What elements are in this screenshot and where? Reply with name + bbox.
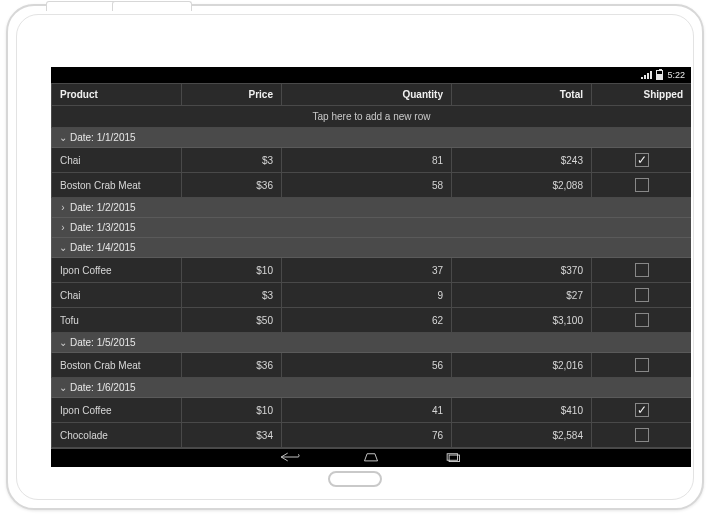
cell-quantity[interactable]: 9 xyxy=(282,283,452,308)
recent-apps-button[interactable] xyxy=(440,449,466,467)
table-row[interactable]: Ipon Coffee$1037$370 xyxy=(52,258,692,283)
cell-shipped[interactable]: ✓ xyxy=(592,398,692,423)
cell-price[interactable]: $3 xyxy=(182,283,282,308)
cell-quantity[interactable]: 58 xyxy=(282,173,452,198)
tablet-bezel: 5:22 Product Price Quan xyxy=(16,14,694,500)
cell-price[interactable]: $10 xyxy=(182,398,282,423)
cell-product[interactable]: Ipon Coffee xyxy=(52,258,182,283)
group-label: Date: 1/3/2015 xyxy=(70,222,136,233)
tablet-home-button[interactable] xyxy=(328,471,382,487)
shipped-checkbox[interactable] xyxy=(635,313,649,327)
cell-shipped[interactable] xyxy=(592,283,692,308)
cell-quantity[interactable]: 41 xyxy=(282,398,452,423)
group-label: Date: 1/2/2015 xyxy=(70,202,136,213)
group-label: Date: 1/6/2015 xyxy=(70,382,136,393)
add-new-row[interactable]: Tap here to add a new row xyxy=(52,106,692,128)
cell-shipped[interactable]: ✓ xyxy=(592,148,692,173)
group-row[interactable]: ⌄Date: 1/5/2015 xyxy=(52,333,692,353)
cell-total[interactable]: $2,088 xyxy=(452,173,592,198)
cell-price[interactable]: $36 xyxy=(182,173,282,198)
cell-quantity[interactable]: 81 xyxy=(282,148,452,173)
cell-product[interactable]: Chai xyxy=(52,148,182,173)
cell-shipped[interactable] xyxy=(592,353,692,378)
cell-price[interactable]: $10 xyxy=(182,258,282,283)
column-header-shipped[interactable]: Shipped xyxy=(592,84,692,106)
chevron-right-icon[interactable]: › xyxy=(58,222,68,233)
grid-container[interactable]: Product Price Quantity Total Shipped Tap… xyxy=(51,83,691,449)
back-button[interactable] xyxy=(276,449,302,467)
signal-icon xyxy=(641,71,652,79)
cell-shipped[interactable] xyxy=(592,308,692,333)
group-row[interactable]: ⌄Date: 1/6/2015 xyxy=(52,378,692,398)
cell-total[interactable]: $3,100 xyxy=(452,308,592,333)
cell-shipped[interactable] xyxy=(592,423,692,448)
shipped-checkbox[interactable] xyxy=(635,263,649,277)
chevron-down-icon[interactable]: ⌄ xyxy=(58,242,68,253)
table-row[interactable]: Boston Crab Meat$3656$2,016 xyxy=(52,353,692,378)
cell-quantity[interactable]: 56 xyxy=(282,353,452,378)
group-row[interactable]: ⌄Date: 1/1/2015 xyxy=(52,128,692,148)
cell-product[interactable]: Tofu xyxy=(52,308,182,333)
table-row[interactable]: Chai$39$27 xyxy=(52,283,692,308)
cell-total[interactable]: $2,584 xyxy=(452,423,592,448)
group-row[interactable]: ›Date: 1/2/2015 xyxy=(52,198,692,218)
cell-total[interactable]: $370 xyxy=(452,258,592,283)
cell-product[interactable]: Boston Crab Meat xyxy=(52,353,182,378)
column-header-product[interactable]: Product xyxy=(52,84,182,106)
group-row[interactable]: ›Date: 1/3/2015 xyxy=(52,218,692,238)
table-row[interactable]: Tofu$5062$3,100 xyxy=(52,308,692,333)
group-row[interactable]: ⌄Date: 1/4/2015 xyxy=(52,238,692,258)
cell-quantity[interactable]: 76 xyxy=(282,423,452,448)
home-button[interactable] xyxy=(358,449,384,467)
group-label: Date: 1/4/2015 xyxy=(70,242,136,253)
cell-product[interactable]: Ipon Coffee xyxy=(52,398,182,423)
android-navbar xyxy=(51,449,691,467)
shipped-checkbox[interactable] xyxy=(635,178,649,192)
table-row[interactable]: Chai$381$243✓ xyxy=(52,148,692,173)
statusbar-time: 5:22 xyxy=(667,70,685,80)
battery-icon xyxy=(656,70,663,80)
browser-tab-stub xyxy=(112,1,192,11)
column-header-total[interactable]: Total xyxy=(452,84,592,106)
cell-total[interactable]: $27 xyxy=(452,283,592,308)
table-row[interactable]: Boston Crab Meat$3658$2,088 xyxy=(52,173,692,198)
cell-shipped[interactable] xyxy=(592,173,692,198)
column-header-price[interactable]: Price xyxy=(182,84,282,106)
group-label: Date: 1/1/2015 xyxy=(70,132,136,143)
column-header-quantity[interactable]: Quantity xyxy=(282,84,452,106)
cell-price[interactable]: $3 xyxy=(182,148,282,173)
cell-total[interactable]: $243 xyxy=(452,148,592,173)
cell-product[interactable]: Chocolade xyxy=(52,423,182,448)
shipped-checkbox[interactable] xyxy=(635,288,649,302)
cell-quantity[interactable]: 37 xyxy=(282,258,452,283)
chevron-down-icon[interactable]: ⌄ xyxy=(58,337,68,348)
cell-product[interactable]: Boston Crab Meat xyxy=(52,173,182,198)
shipped-checkbox[interactable] xyxy=(635,358,649,372)
table-row[interactable]: Ipon Coffee$1041$410✓ xyxy=(52,398,692,423)
shipped-checkbox[interactable] xyxy=(635,428,649,442)
cell-total[interactable]: $2,016 xyxy=(452,353,592,378)
chevron-right-icon[interactable]: › xyxy=(58,202,68,213)
grid-header-row: Product Price Quantity Total Shipped xyxy=(52,84,692,106)
cell-total[interactable]: $410 xyxy=(452,398,592,423)
cell-shipped[interactable] xyxy=(592,258,692,283)
cell-price[interactable]: $50 xyxy=(182,308,282,333)
cell-product[interactable]: Chai xyxy=(52,283,182,308)
android-statusbar: 5:22 xyxy=(51,67,691,83)
shipped-checkbox[interactable]: ✓ xyxy=(635,153,649,167)
table-row[interactable]: Chocolade$3476$2,584 xyxy=(52,423,692,448)
tablet-frame: 5:22 Product Price Quan xyxy=(6,4,704,510)
cell-quantity[interactable]: 62 xyxy=(282,308,452,333)
group-label: Date: 1/5/2015 xyxy=(70,337,136,348)
cell-price[interactable]: $36 xyxy=(182,353,282,378)
cell-price[interactable]: $34 xyxy=(182,423,282,448)
add-new-row-label[interactable]: Tap here to add a new row xyxy=(52,106,692,128)
chevron-down-icon[interactable]: ⌄ xyxy=(58,382,68,393)
shipped-checkbox[interactable]: ✓ xyxy=(635,403,649,417)
data-grid: Product Price Quantity Total Shipped Tap… xyxy=(51,83,691,449)
device-screen: 5:22 Product Price Quan xyxy=(51,67,691,467)
chevron-down-icon[interactable]: ⌄ xyxy=(58,132,68,143)
